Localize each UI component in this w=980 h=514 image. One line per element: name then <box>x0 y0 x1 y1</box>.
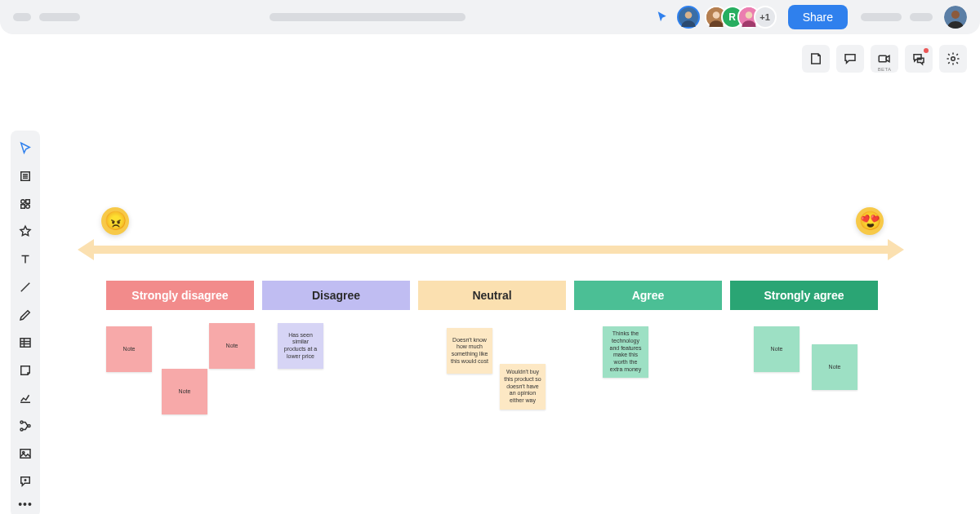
emoji-angry-icon[interactable]: 😠 <box>101 207 129 235</box>
sticky-note[interactable]: Note <box>812 344 858 390</box>
axis-arrow-left-icon <box>78 239 94 260</box>
current-user-avatar[interactable] <box>944 6 967 29</box>
collaborator-overflow[interactable]: +1 <box>754 6 777 29</box>
collaborator-avatars[interactable] <box>677 6 700 29</box>
scale-cell-2[interactable]: Neutral <box>418 281 566 310</box>
canvas[interactable]: 😠 😍 Strongly disagreeDisagreeNeutralAgre… <box>0 34 980 514</box>
scale-cell-1[interactable]: Disagree <box>262 281 410 310</box>
sticky-note[interactable]: Thinks the technology and features make … <box>603 326 648 378</box>
svg-point-7 <box>951 11 960 19</box>
sticky-note[interactable]: Has seen similar products at a lower pri… <box>278 323 323 369</box>
emoji-love-icon[interactable]: 😍 <box>856 207 884 235</box>
scale-cell-4[interactable]: Strongly agree <box>730 281 878 310</box>
sticky-note[interactable]: Note <box>106 326 152 372</box>
svg-point-1 <box>684 11 692 19</box>
likert-axis <box>78 243 904 256</box>
menu-placeholder[interactable] <box>13 13 31 21</box>
search-placeholder[interactable] <box>270 13 466 21</box>
svg-point-3 <box>712 11 719 19</box>
collaborator-group[interactable]: R +1 <box>711 6 777 29</box>
top-bar: R +1 Share <box>0 0 980 34</box>
axis-arrow-right-icon <box>888 239 904 260</box>
sticky-note[interactable]: Note <box>754 326 800 372</box>
sticky-note[interactable]: Note <box>209 323 255 369</box>
scale-cell-3[interactable]: Agree <box>574 281 722 310</box>
topbar-action-placeholder[interactable] <box>910 13 933 21</box>
sticky-note[interactable]: Note <box>162 369 207 414</box>
svg-point-5 <box>745 11 752 19</box>
title-placeholder[interactable] <box>39 13 80 21</box>
scale-cell-0[interactable]: Strongly disagree <box>106 281 254 310</box>
sticky-note[interactable]: Doesn't know how much something like thi… <box>447 328 492 374</box>
collaborator-avatar[interactable] <box>677 6 700 29</box>
likert-scale-row: Strongly disagreeDisagreeNeutralAgreeStr… <box>106 281 878 310</box>
presence-cursor-icon <box>656 11 669 24</box>
topbar-action-placeholder[interactable] <box>861 13 902 21</box>
sticky-note[interactable]: Wouldn't buy this product so doesn't hav… <box>500 364 546 410</box>
axis-line <box>94 246 888 254</box>
share-button[interactable]: Share <box>788 5 848 29</box>
